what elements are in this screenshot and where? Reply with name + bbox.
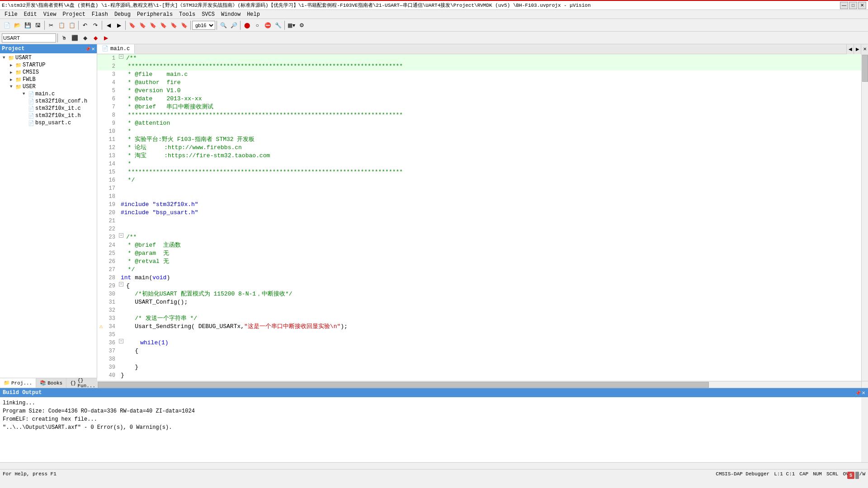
tree-item-startup[interactable]: ▶📁STARTUP (1, 61, 96, 69)
bookmark1-button[interactable]: 🔖 (127, 20, 137, 30)
bookmark6-button[interactable]: 🔖 (179, 20, 189, 30)
menu-item-file[interactable]: File (2, 11, 20, 18)
line-content-37[interactable]: { (119, 347, 861, 355)
bookmark2-button[interactable]: 🔖 (137, 20, 147, 30)
line-content-7[interactable]: * @brief 串口中断接收测试 (119, 103, 861, 111)
line-content-8[interactable]: ****************************************… (119, 111, 861, 119)
settings-button[interactable]: ⚙ (297, 20, 307, 30)
menu-item-edit[interactable]: Edit (21, 11, 40, 18)
line-content-4[interactable]: * @author fire (119, 79, 861, 87)
undo-button[interactable]: ↶ (80, 20, 90, 30)
line-content-31[interactable]: USART_Config(); (119, 298, 861, 306)
copy-button[interactable]: 📋 (57, 20, 66, 30)
expand-icon-user[interactable]: ▼ (10, 84, 14, 89)
close-button[interactable]: ✕ (858, 2, 866, 9)
line-content-15[interactable]: ****************************************… (119, 168, 861, 176)
line-content-33[interactable]: /* 发送一个字符串 */ (119, 314, 861, 323)
menu-item-debug[interactable]: Debug (112, 11, 133, 18)
line-content-10[interactable]: * (119, 127, 861, 136)
fold-marker-36[interactable]: − (119, 339, 123, 343)
run-stop-button[interactable]: ⬤ (242, 20, 252, 30)
find-all-button[interactable]: 🔎 (229, 20, 239, 30)
new-file-button[interactable]: 📄 (2, 20, 12, 30)
line-content-23[interactable]: /** (124, 233, 861, 241)
line-content-34[interactable]: Usart_SendString( DEBUG_USARTx,"这是一个串口中断… (119, 323, 861, 331)
h-scroll-track[interactable] (97, 381, 861, 388)
build-h-scroll[interactable] (0, 462, 868, 469)
redo-button[interactable]: ↷ (90, 20, 100, 30)
line-content-1[interactable]: /** (124, 54, 861, 62)
line-content-25[interactable]: * @param 无 (119, 249, 861, 258)
forward-button[interactable]: ▶ (114, 20, 124, 30)
tree-item-stm32f10x_it_c[interactable]: 📄stm32f10x_it.c (1, 105, 96, 112)
project-tab-books[interactable]: 📚Books (36, 378, 66, 388)
menu-item-project[interactable]: Project (60, 11, 88, 18)
expand-icon-usart[interactable]: ▼ (3, 56, 7, 60)
tree-item-fwlb[interactable]: ▶📁FWLB (1, 76, 96, 83)
flash-button[interactable]: ◆ (90, 33, 100, 43)
tree-item-stm32f10x_conf[interactable]: 📄stm32f10x_conf.h (1, 98, 96, 105)
project-tab-proj[interactable]: 📁Proj... (0, 378, 36, 388)
menu-item-tools[interactable]: Tools (176, 11, 198, 18)
rebuild-button[interactable]: ◆ (80, 33, 90, 43)
open-button[interactable]: 📂 (12, 20, 22, 30)
tree-item-cmsis[interactable]: ▶📁CMSIS (1, 69, 96, 76)
line-content-24[interactable]: * @brief 主函数 (119, 241, 861, 249)
find-button[interactable]: 🔍 (218, 20, 228, 30)
run-button[interactable]: ○ (252, 20, 262, 30)
line-content-40[interactable]: } (119, 371, 861, 380)
code-editor[interactable]: 1−/**2 *********************************… (97, 54, 868, 381)
project-pin-button[interactable]: 📌 (85, 47, 90, 52)
line-content-9[interactable]: * @attention (119, 119, 861, 127)
line-content-26[interactable]: * @retval 无 (119, 258, 861, 266)
menu-item-svcs[interactable]: SVCS (199, 11, 217, 18)
line-content-3[interactable]: * @file main.c (119, 70, 861, 79)
build-button[interactable]: ⬛ (70, 33, 80, 43)
line-content-12[interactable]: * 论坛 :http://www.firebbs.cn (119, 144, 861, 152)
project-tab-fun[interactable]: {}{} Fun... (66, 378, 99, 388)
project-close-button[interactable]: ✕ (91, 47, 95, 52)
line-content-13[interactable]: * 淘宝 :https://fire-stm32.taobao.com (119, 152, 861, 160)
line-content-30[interactable]: /*初始化USART 配置模式为 115200 8-N-1，中断接收*/ (119, 290, 861, 298)
build-pin-button[interactable]: 📌 (855, 390, 861, 395)
expand-icon-fwlb[interactable]: ▶ (10, 77, 14, 82)
bookmark5-button[interactable]: 🔖 (169, 20, 179, 30)
editor-scrollbar[interactable] (861, 54, 868, 381)
line-content-6[interactable]: * @date 2013-xx-xx (119, 95, 861, 103)
expand-icon-startup[interactable]: ▶ (10, 63, 14, 68)
minimize-button[interactable]: — (840, 2, 848, 9)
fold-marker-23[interactable]: − (119, 233, 123, 238)
target-input[interactable] (2, 33, 56, 42)
horizontal-scrollbar[interactable] (97, 381, 868, 388)
line-content-11[interactable]: * 实验平台:野火 F103-指南者 STM32 开发板 (119, 136, 861, 144)
stop-button[interactable]: ⛔ (263, 20, 273, 30)
menu-item-window[interactable]: Window (218, 11, 243, 18)
expand-icon-cmsis[interactable]: ▶ (10, 70, 14, 75)
save-button[interactable]: 💾 (23, 20, 33, 30)
expand2-icon-main_c[interactable]: ▼ (23, 92, 27, 96)
build-close-button[interactable]: ✕ (862, 390, 865, 395)
start-debug-button[interactable]: ▶ (101, 33, 111, 43)
line-content-39[interactable]: } (119, 363, 861, 371)
line-content-19[interactable]: #include "stm32f10x.h" (119, 201, 861, 209)
menu-item-peripherals[interactable]: Peripherals (134, 11, 175, 18)
line-content-16[interactable]: */ (119, 176, 861, 184)
menu-item-flash[interactable]: Flash (89, 11, 111, 18)
fold-marker-1[interactable]: − (119, 54, 123, 59)
tab-next-button[interactable]: ▶ (854, 44, 861, 54)
fold-marker-29[interactable]: − (119, 282, 123, 286)
bookmark3-button[interactable]: 🔖 (148, 20, 158, 30)
tree-item-stm32f10x_it_h[interactable]: 📄stm32f10x_it.h (1, 112, 96, 119)
maximize-button[interactable]: □ (849, 2, 857, 9)
tab-close-button[interactable]: ✕ (861, 44, 868, 54)
debug-button[interactable]: 🔧 (273, 20, 283, 30)
line-content-29[interactable]: { (124, 282, 861, 290)
tab-main-c[interactable]: 📄 main.c (97, 44, 135, 54)
tree-item-user[interactable]: ▼📁USER (1, 83, 96, 90)
cut-button[interactable]: ✂ (46, 20, 56, 30)
tree-item-usart[interactable]: ▼📁USART (1, 54, 96, 61)
line-content-2[interactable]: ****************************************… (119, 62, 861, 70)
bookmark4-button[interactable]: 🔖 (158, 20, 168, 30)
build-scrollbar[interactable] (861, 397, 868, 462)
line-content-27[interactable]: */ (119, 266, 861, 274)
